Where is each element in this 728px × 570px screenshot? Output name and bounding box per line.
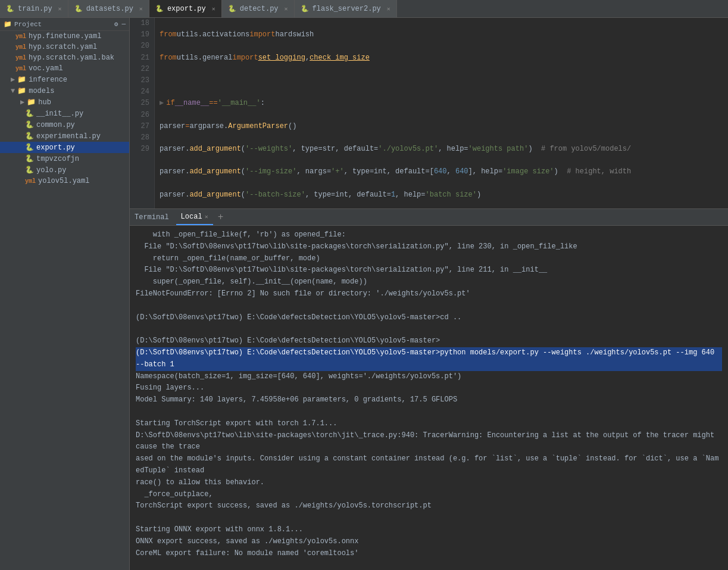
terminal-line-8: (D:\SoftD\08envs\pt17two) E:\Code\defect…	[136, 312, 722, 324]
sidebar-label-yolo: yolo.py	[36, 166, 66, 175]
sidebar-item-voc[interactable]: yml voc.yaml	[0, 63, 129, 74]
terminal-line-15	[136, 406, 722, 418]
terminal-line-13: Fusing layers...	[136, 382, 722, 394]
terminal-line-16: Starting TorchScript export with torch 1…	[136, 418, 722, 430]
terminal-line-24: ONNX export success, saved as ./weights/…	[136, 536, 722, 548]
sidebar-item-init[interactable]: 🐍 __init__.py	[0, 108, 129, 119]
py-icon-yolo: 🐍	[25, 166, 34, 175]
tab-train[interactable]: 🐍 train.py ✕	[0, 0, 68, 17]
sidebar-label-yolov5l: yolov5l.yaml	[38, 177, 89, 185]
sidebar-label-hyp-scratch-bak: hyp.scratch.yaml.bak	[29, 54, 114, 62]
sidebar-item-tmpvzcofjn[interactable]: 🐍 tmpvzcofjn	[0, 153, 129, 164]
code-line-20	[160, 75, 723, 86]
sidebar-item-inference[interactable]: ▶ 📁 inference	[0, 74, 129, 85]
terminal-line-9	[136, 323, 722, 335]
code-display[interactable]: from utils.activations import hardswish …	[155, 18, 728, 208]
code-line-24: parser.add_argument('--img-size', nargs=…	[160, 166, 723, 177]
tab-train-close[interactable]: ✕	[58, 5, 62, 13]
sidebar-label-init: __init__.py	[36, 110, 83, 118]
sidebar-item-export[interactable]: 🐍 export.py	[0, 142, 129, 153]
terminal-line-12: Namespace(batch_size=1, img_size=[640, 6…	[136, 371, 722, 383]
project-icon: 📁	[4, 20, 12, 28]
yml-icon-yolov5l: yml	[25, 178, 36, 185]
terminal-line-10: (D:\SoftD\08envs\pt17two) E:\Code\defect…	[136, 335, 722, 347]
tab-datasets-close[interactable]: ✕	[139, 5, 143, 13]
chevron-right-icon-hub: ▶	[20, 98, 24, 107]
terminal-line-5: super(_open_file, self).__init__(open(na…	[136, 276, 722, 288]
tab-export[interactable]: 🐍 export.py ✕	[149, 0, 222, 17]
terminal-line-20: _force_outplace,	[136, 489, 722, 501]
folder-icon-inference: 📁	[17, 75, 26, 84]
code-line-23: parser.add_argument('--weights', type=st…	[160, 144, 723, 155]
yml-icon-1: yml	[15, 33, 26, 40]
sidebar-item-experimental[interactable]: 🐍 experimental.py	[0, 130, 129, 142]
sidebar-label-tmp: tmpvzcofjn	[36, 155, 79, 163]
sidebar-item-models[interactable]: ▼ 📁 models	[0, 85, 129, 96]
py-icon-init: 🐍	[25, 109, 34, 118]
sidebar-label-inference: inference	[29, 76, 67, 84]
terminal-line-3: return _open_file(name_or_buffer, mode)	[136, 253, 722, 265]
sidebar: 📁 Project ⚙ — yml hyp.finetune.yaml yml …	[0, 18, 130, 570]
tab-datasets[interactable]: 🐍 datasets.py ✕	[68, 0, 149, 17]
chevron-down-icon-models: ▼	[11, 87, 15, 95]
py-icon: 🐍	[6, 5, 14, 13]
tab-bar: 🐍 train.py ✕ 🐍 datasets.py ✕ 🐍 export.py…	[0, 0, 728, 18]
main-area: 📁 Project ⚙ — yml hyp.finetune.yaml yml …	[0, 18, 728, 570]
terminal-line-6: FileNotFoundError: [Errno 2] No such fil…	[136, 288, 722, 300]
sidebar-header: 📁 Project ⚙ —	[0, 18, 129, 31]
sidebar-item-hyp-scratch[interactable]: yml hyp.scratch.yaml	[0, 42, 129, 52]
sidebar-item-hyp-finetune[interactable]: yml hyp.finetune.yaml	[0, 31, 129, 42]
editor-content[interactable]: 18 19 20 21 22 23 24 25 26 27 28 29 from…	[130, 18, 728, 208]
py-icon-2: 🐍	[74, 5, 83, 13]
sidebar-item-yolov5l[interactable]: yml yolov5l.yaml	[0, 176, 129, 186]
py-icon-4: 🐍	[228, 5, 236, 13]
sidebar-settings-icon[interactable]: ⚙	[114, 20, 118, 28]
py-icon-5: 🐍	[301, 5, 309, 13]
tab-flask[interactable]: 🐍 flask_server2.py ✕	[295, 0, 397, 17]
terminal-line-19: race() to allow this behavior.	[136, 477, 722, 489]
py-icon-experimental: 🐍	[25, 132, 34, 141]
tab-flask-label: flask_server2.py	[313, 5, 381, 13]
terminal-line-26	[136, 559, 722, 570]
terminal-area: Terminal Local ✕ + with _open_file_like(…	[130, 208, 728, 570]
yml-icon-2: yml	[15, 44, 26, 51]
terminal-line-2: File "D:\SoftD\08envs\pt17two\lib\site-p…	[136, 241, 722, 253]
terminal-line-22	[136, 512, 722, 524]
yml-icon-3: yml	[15, 55, 26, 61]
terminal-line-7	[136, 300, 722, 312]
terminal-local-close[interactable]: ✕	[205, 213, 208, 220]
sidebar-label-hyp-scratch: hyp.scratch.yaml	[29, 43, 97, 51]
sidebar-item-yolo[interactable]: 🐍 yolo.py	[0, 164, 129, 176]
sidebar-label-hyp-finetune: hyp.finetune.yaml	[29, 32, 101, 41]
terminal-line-25: CoreML export failure: No module named '…	[136, 548, 722, 560]
code-line-18: from utils.activations import hardswish	[160, 29, 723, 41]
sidebar-item-hyp-scratch-bak[interactable]: yml hyp.scratch.yaml.bak	[0, 52, 129, 63]
terminal-line-21: TorchScript export success, saved as ./w…	[136, 500, 722, 512]
tab-datasets-label: datasets.py	[86, 5, 133, 13]
terminal-add-button[interactable]: +	[215, 212, 226, 223]
tab-detect-close[interactable]: ✕	[285, 5, 288, 13]
project-label: Project	[14, 21, 42, 28]
terminal-tab-local[interactable]: Local ✕	[176, 209, 213, 225]
code-line-25: parser.add_argument('--batch-size', type…	[160, 189, 723, 201]
code-line-22: parser = argparse.ArgumentParser()	[160, 121, 723, 132]
py-icon-common: 🐍	[25, 120, 34, 129]
line-numbers: 18 19 20 21 22 23 24 25 26 27 28 29	[130, 18, 155, 208]
tab-detect-label: detect.py	[240, 5, 279, 13]
sidebar-item-common[interactable]: 🐍 common.py	[0, 119, 129, 130]
tab-detect[interactable]: 🐍 detect.py ✕	[222, 0, 295, 17]
tab-export-close[interactable]: ✕	[212, 5, 215, 13]
sidebar-item-hub[interactable]: ▶ 📁 hub	[0, 96, 129, 108]
terminal-line-4: File "D:\SoftD\08envs\pt17two\lib\site-p…	[136, 264, 722, 276]
sidebar-collapse-icon[interactable]: —	[121, 20, 126, 28]
code-line-21: ▶if __name__ == '__main__':	[160, 98, 723, 109]
folder-icon-hub: 📁	[27, 98, 36, 107]
chevron-right-icon-inference: ▶	[11, 75, 15, 84]
terminal-content[interactable]: with _open_file_like(f, 'rb') as opened_…	[130, 226, 728, 570]
tab-flask-close[interactable]: ✕	[387, 5, 390, 13]
folder-icon-models: 📁	[17, 86, 26, 95]
py-icon-export: 🐍	[25, 143, 34, 152]
terminal-line-18: ased on the module's inputs. Consider us…	[136, 453, 722, 477]
terminal-local-label: Local	[181, 213, 202, 221]
terminal-tabs: Terminal Local ✕ +	[130, 209, 728, 226]
